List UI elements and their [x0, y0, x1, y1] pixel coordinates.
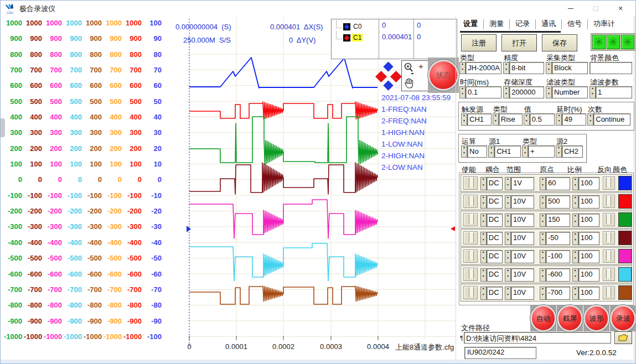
spinner-arrows[interactable]: ▲▼	[480, 214, 487, 227]
spinner-arrows[interactable]: ▲▼	[480, 250, 487, 263]
enable-toggle[interactable]	[463, 231, 478, 245]
tab-测量[interactable]: 测量	[485, 17, 508, 32]
spinner-arrows[interactable]: ▲▼	[503, 62, 509, 74]
status-button[interactable]: 状态	[428, 60, 459, 91]
field-value-box[interactable]: DC	[487, 250, 503, 263]
spinner-arrows[interactable]: ▲▼	[480, 195, 487, 209]
spinner-arrows[interactable]: ▲▼	[505, 287, 511, 300]
field-value-box[interactable]: No	[467, 145, 487, 158]
spinner-arrows[interactable]: ▲▼	[505, 268, 511, 282]
invert-toggle[interactable]	[603, 286, 615, 299]
field-value-box[interactable]: -100	[546, 250, 570, 263]
spinner-arrows[interactable]: ▲▼	[540, 214, 546, 227]
field-value-box[interactable]: Rise	[499, 113, 523, 126]
field-value-box[interactable]: Block	[552, 62, 588, 74]
channel-color-swatch[interactable]	[618, 212, 632, 227]
field-value-box[interactable]: 100	[578, 195, 599, 209]
spinner-arrows[interactable]: ▲▼	[540, 195, 546, 209]
spinner-arrows[interactable]: ▲▼	[556, 145, 562, 158]
spinner-arrows[interactable]: ▲▼	[488, 145, 494, 158]
channel-color-swatch[interactable]	[618, 267, 632, 282]
field-value-box[interactable]: 100	[578, 268, 599, 282]
field-value-box[interactable]: 10V	[511, 214, 534, 227]
spinner-arrows[interactable]: ▲▼	[572, 232, 578, 245]
legend-item[interactable]: C1	[335, 32, 379, 43]
spinner-arrows[interactable]: ▲▼	[572, 250, 578, 263]
field-value-box[interactable]: 10V	[511, 287, 534, 300]
field-value-box[interactable]: 200000	[509, 86, 544, 98]
spinner-arrows[interactable]: ▲▼	[540, 250, 546, 263]
file-path-input[interactable]: D:\快速访问资料\4824	[464, 332, 611, 344]
enable-toggle[interactable]	[463, 249, 478, 263]
field-value-box[interactable]: 0.5	[530, 113, 555, 126]
channel-color-swatch[interactable]	[618, 194, 632, 209]
field-value-box[interactable]: Number	[552, 86, 588, 98]
action-button-截屏[interactable]: 截屏	[557, 305, 583, 332]
spinner-arrows[interactable]: ▲▼	[540, 177, 546, 190]
field-value-box[interactable]: 100	[578, 250, 599, 263]
invert-toggle[interactable]	[603, 213, 615, 226]
led-indicator[interactable]	[607, 35, 620, 49]
tab-信号[interactable]: 信号	[563, 17, 586, 32]
field-value-box[interactable]: -700	[546, 287, 570, 300]
enable-toggle[interactable]	[463, 286, 478, 299]
field-value-box[interactable]: 0.1	[466, 86, 501, 98]
field-value-box[interactable]: 60	[546, 177, 570, 190]
device-id-field[interactable]: IU902/0242	[464, 347, 536, 359]
spinner-arrows[interactable]: ▲▼	[540, 287, 546, 300]
invert-toggle[interactable]	[603, 231, 615, 245]
crosshair-tool-icon[interactable]: +	[418, 61, 423, 71]
enable-toggle[interactable]	[463, 268, 478, 281]
spinner-arrows[interactable]: ▲▼	[505, 232, 511, 245]
field-value-box[interactable]: 100	[578, 177, 599, 190]
field-value-box[interactable]: DC	[487, 268, 503, 282]
close-button[interactable]: ×	[608, 1, 633, 16]
legend-channel-name[interactable]: C1	[352, 34, 363, 41]
field-value-box[interactable]: -50	[546, 232, 570, 245]
spinner-arrows[interactable]: ▲▼	[546, 62, 552, 74]
field-value-box[interactable]: 10V	[511, 195, 534, 209]
spinner-arrows[interactable]: ▲▼	[556, 113, 562, 126]
spinner-arrows[interactable]: ▲▼	[572, 177, 578, 190]
field-value-box[interactable]: DC	[487, 287, 503, 300]
led-indicator[interactable]	[592, 35, 606, 49]
maximize-button[interactable]: □	[583, 1, 608, 16]
channel-color-swatch[interactable]	[618, 249, 632, 263]
action-button-录波[interactable]: 录波	[610, 305, 636, 332]
field-value-box[interactable]: +	[528, 145, 555, 158]
button-保存[interactable]: 保存	[542, 34, 577, 51]
field-value-box[interactable]: 100	[578, 214, 599, 227]
spinner-arrows[interactable]: ▲▼	[572, 268, 578, 282]
field-value-box[interactable]: 100	[578, 287, 599, 300]
legend-channel-name[interactable]: C0	[352, 23, 363, 30]
enable-toggle[interactable]	[463, 213, 478, 226]
spinner-arrows[interactable]: ▲▼	[503, 86, 509, 98]
action-button-自动[interactable]: 自动	[530, 305, 556, 332]
field-value-box[interactable]: 49	[562, 113, 586, 126]
channel-color-swatch[interactable]	[618, 231, 632, 245]
field-value-box[interactable]	[590, 62, 632, 74]
field-value-box[interactable]: JH-2000A	[466, 62, 501, 74]
invert-toggle[interactable]	[603, 195, 615, 208]
field-value-box[interactable]: CH1	[467, 113, 492, 126]
browse-folder-button[interactable]	[614, 331, 632, 344]
led-indicator[interactable]	[621, 35, 634, 49]
action-button-波形[interactable]: 波形	[583, 305, 609, 332]
spinner-arrows[interactable]: ▲▼	[505, 214, 511, 227]
spinner-arrows[interactable]: ▲▼	[524, 113, 530, 126]
waveform-plot-area[interactable]	[186, 50, 380, 341]
spinner-arrows[interactable]: ▲▼	[572, 287, 578, 300]
field-value-box[interactable]: 10V	[511, 268, 534, 282]
spinner-arrows[interactable]: ▲▼	[587, 113, 593, 126]
field-value-box[interactable]: 1V	[511, 177, 534, 190]
field-value-box[interactable]: DC	[487, 195, 503, 209]
channel-color-swatch[interactable]	[618, 285, 632, 300]
spinner-arrows[interactable]: ▲▼	[540, 232, 546, 245]
spinner-arrows[interactable]: ▲▼	[480, 232, 487, 245]
spinner-arrows[interactable]: ▲▼	[505, 250, 511, 263]
enable-toggle[interactable]	[463, 176, 478, 190]
field-value-box[interactable]: 1	[596, 86, 632, 98]
spinner-arrows[interactable]: ▲▼	[493, 113, 499, 126]
spinner-arrows[interactable]: ▲▼	[505, 177, 511, 190]
invert-toggle[interactable]	[603, 176, 615, 190]
